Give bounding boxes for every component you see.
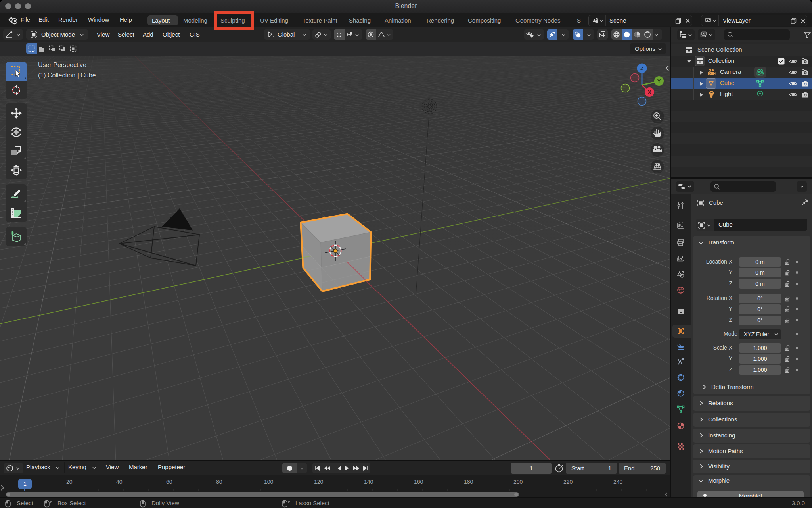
svg-text:X: X [648,89,651,95]
svg-text:Z: Z [640,65,643,71]
svg-text:Y: Y [657,78,661,84]
